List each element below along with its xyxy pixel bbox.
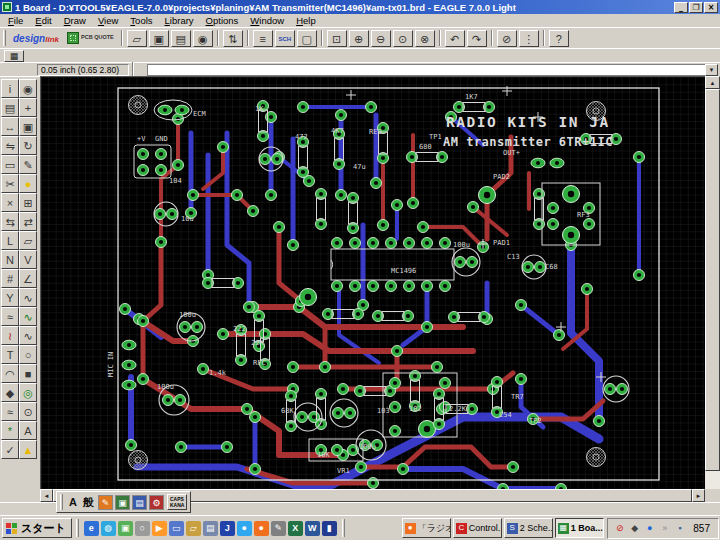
command-dropdown-icon[interactable]: ▼: [705, 64, 718, 76]
tool-add[interactable]: ⊞: [19, 193, 37, 212]
designlink-logo[interactable]: designlink: [9, 33, 63, 44]
layer-settings-button[interactable]: ≡: [253, 30, 273, 47]
tool-paste[interactable]: ●: [19, 174, 37, 193]
menu-tools[interactable]: Tools: [124, 15, 158, 26]
open-button[interactable]: ▱: [127, 30, 147, 47]
scroll-up-icon[interactable]: ▲: [705, 76, 720, 89]
taskbuttons-grip[interactable]: [342, 519, 345, 537]
tool-optimize[interactable]: ≈: [1, 307, 19, 326]
menu-window[interactable]: Window: [244, 15, 290, 26]
tool-pinswap[interactable]: ⇆: [1, 212, 19, 231]
tool-drc[interactable]: ✓: [1, 440, 19, 459]
start-button[interactable]: スタート: [2, 518, 72, 538]
quicklaunch-firefox-icon[interactable]: ●: [254, 521, 269, 536]
sheet-button[interactable]: ▢: [297, 30, 317, 47]
taskbar-button-eagle-schematic[interactable]: S2 Sche...: [504, 518, 553, 538]
taskbar-button-eagle-board[interactable]: ▦1 Boa...: [555, 518, 604, 538]
quicklaunch-show-desktop-icon[interactable]: ▭: [169, 521, 184, 536]
tool-circle[interactable]: ○: [19, 345, 37, 364]
restore-button[interactable]: ❐: [689, 2, 703, 13]
ime-input-mode[interactable]: A: [66, 493, 80, 511]
tool-group[interactable]: ▭: [1, 155, 19, 174]
save-button[interactable]: ▣: [149, 30, 169, 47]
zoom-out-button[interactable]: ⊖: [371, 30, 391, 47]
ime-caps-kana-button[interactable]: CAPS KANA: [167, 494, 187, 510]
menu-edit[interactable]: Edit: [29, 15, 57, 26]
tool-ratsnest[interactable]: *: [1, 421, 19, 440]
quicklaunch-jbuilder-icon[interactable]: J: [220, 521, 235, 536]
tool-change[interactable]: ✎: [19, 155, 37, 174]
menu-file[interactable]: File: [2, 15, 29, 26]
quicklaunch-my-computer-icon[interactable]: ▤: [203, 521, 218, 536]
zoom-select-button[interactable]: ⊗: [415, 30, 435, 47]
open-schematic-button[interactable]: SCH: [275, 30, 295, 47]
menu-draw[interactable]: Draw: [58, 15, 92, 26]
tool-replace[interactable]: ▱: [19, 231, 37, 250]
tool-polygon[interactable]: ◆: [1, 383, 19, 402]
zoom-fit-button[interactable]: ⊡: [327, 30, 347, 47]
ime-grip[interactable]: [60, 494, 63, 510]
quicklaunch-word-icon[interactable]: W: [305, 521, 320, 536]
tool-delete[interactable]: ×: [1, 193, 19, 212]
ime-properties-icon[interactable]: ⚙: [149, 495, 164, 510]
quicklaunch-grip[interactable]: [76, 519, 79, 537]
export-image-button[interactable]: ◉: [193, 30, 213, 47]
menu-options[interactable]: Options: [200, 15, 245, 26]
quicklaunch-messenger-icon[interactable]: ●: [237, 521, 252, 536]
tool-miter[interactable]: ∠: [19, 269, 37, 288]
tray-display-icon[interactable]: ▪: [673, 522, 686, 535]
canvas-area[interactable]: ECM+VGND10410uRED1K4724K76801K747uTP1MC1…: [40, 76, 705, 489]
vertical-scrollbar[interactable]: ▲ ▼: [705, 76, 720, 502]
tool-name[interactable]: N: [1, 250, 19, 269]
tool-route[interactable]: ∿: [19, 307, 37, 326]
tray-antivirus-icon[interactable]: ⊘: [613, 522, 626, 535]
tool-move[interactable]: ↔: [1, 117, 19, 136]
quicklaunch-explorer-icon[interactable]: ▱: [186, 521, 201, 536]
tool-lock[interactable]: L: [1, 231, 19, 250]
menu-help[interactable]: Help: [290, 15, 322, 26]
grid-button[interactable]: ▦: [4, 50, 24, 62]
tool-text[interactable]: T: [1, 345, 19, 364]
vertical-scroll-thumb[interactable]: [705, 89, 720, 471]
tool-value[interactable]: V: [19, 250, 37, 269]
board-canvas[interactable]: ECM+VGND10410uRED1K4724K76801K747uTP1MC1…: [41, 77, 706, 490]
ime-pad-icon[interactable]: ▣: [115, 495, 130, 510]
zoom-redraw-button[interactable]: ⊙: [393, 30, 413, 47]
tool-show[interactable]: ◉: [19, 79, 37, 98]
tool-ripup[interactable]: ≀: [1, 326, 19, 345]
tool-auto[interactable]: A: [19, 421, 37, 440]
menu-library[interactable]: Library: [159, 15, 200, 26]
zoom-in-button[interactable]: ⊕: [349, 30, 369, 47]
minimize-button[interactable]: _: [674, 2, 688, 13]
pcb-quote-button[interactable]: PCB QUOTE: [63, 32, 118, 44]
tool-split[interactable]: Y: [1, 288, 19, 307]
tool-info[interactable]: i: [1, 79, 19, 98]
quicklaunch-drawing-tool-icon[interactable]: ✎: [271, 521, 286, 536]
menu-view[interactable]: View: [92, 15, 124, 26]
taskbar-button-control-panel[interactable]: CControl...: [453, 518, 502, 538]
tray-messenger-icon[interactable]: ●: [643, 522, 656, 535]
scroll-left-icon[interactable]: ◄: [40, 489, 53, 502]
mark-origin-button[interactable]: ⇅: [223, 30, 243, 47]
tool-copy[interactable]: ▣: [19, 117, 37, 136]
tool-meander[interactable]: ∿: [19, 288, 37, 307]
quicklaunch-search-icon[interactable]: ○: [135, 521, 150, 536]
tool-mirror[interactable]: ⇋: [1, 136, 19, 155]
taskbar-button-firefox[interactable]: ●「ラジオ...: [402, 518, 451, 538]
tool-rect[interactable]: ■: [19, 364, 37, 383]
toolbar-grip[interactable]: [3, 30, 6, 46]
tool-errors[interactable]: ▲: [19, 440, 37, 459]
redo-button[interactable]: ↷: [467, 30, 487, 47]
tool-cut[interactable]: ✂: [1, 174, 19, 193]
help-button[interactable]: ?: [549, 30, 569, 47]
tool-gateswap[interactable]: ⇄: [19, 212, 37, 231]
quicklaunch-media-player-icon[interactable]: ▶: [152, 521, 167, 536]
tool-via[interactable]: ◎: [19, 383, 37, 402]
undo-button[interactable]: ↶: [445, 30, 465, 47]
quicklaunch-media-setup-icon[interactable]: ▣: [118, 521, 133, 536]
quicklaunch-internet-explorer-icon[interactable]: e: [84, 521, 99, 536]
ime-conversion-mode[interactable]: 般: [80, 493, 97, 511]
tool-wire[interactable]: ∿: [19, 326, 37, 345]
stop-button[interactable]: ⊘: [497, 30, 517, 47]
tool-hole[interactable]: ⊙: [19, 402, 37, 421]
